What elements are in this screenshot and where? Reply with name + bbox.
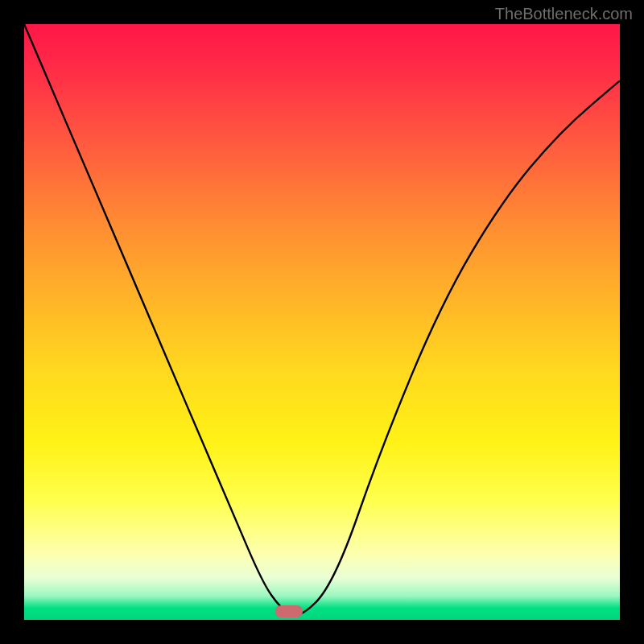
optimum-marker: [275, 605, 303, 617]
watermark-text: TheBottleneck.com: [495, 5, 633, 23]
chart-plot-area: [24, 24, 620, 620]
curve-path: [24, 24, 620, 615]
bottleneck-curve: [24, 24, 620, 620]
